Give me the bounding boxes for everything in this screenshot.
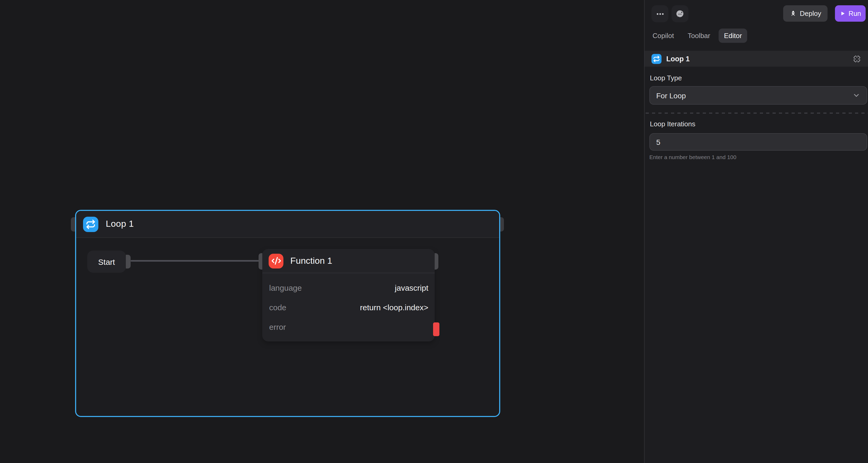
section-divider [646,112,868,113]
loop-type-select[interactable]: For Loop [649,86,867,105]
chevron-down-icon [852,92,860,99]
loop-iterations-field [649,133,867,151]
loop-repeat-icon [651,54,661,64]
editor-node-title: Loop 1 [666,55,690,63]
field-row-language[interactable]: language javascript [269,278,428,298]
loop-iterations-input[interactable] [650,134,867,150]
crosshair-icon[interactable] [852,54,861,63]
field-key: language [269,283,302,292]
run-button-label: Run [848,9,861,18]
field-value: javascript [395,283,428,292]
loop-type-selected-value: For Loop [656,91,686,100]
function-input-port[interactable] [258,253,262,270]
loop-iterations-helper-text: Enter a number between 1 and 100 [649,154,736,160]
deploy-button-label: Deploy [800,9,821,18]
loop-node-header[interactable]: Loop 1 [76,211,499,238]
play-icon [839,10,845,16]
field-row-error[interactable]: error [269,317,428,337]
field-key: error [269,322,286,331]
loop-iterations-label: Loop Iterations [650,120,695,128]
loop-repeat-icon [83,217,98,232]
start-output-port[interactable] [126,255,131,268]
editor-node-header: Loop 1 [645,51,868,67]
function-output-port[interactable] [435,253,438,270]
loop-type-label: Loop Type [650,74,682,82]
deploy-button[interactable]: Deploy [783,5,828,22]
more-options-button[interactable] [651,5,669,22]
sidebar-panel: Deploy Run Copilot Toolbar Editor Loop 1 [644,0,868,463]
error-output-port[interactable] [433,322,439,336]
tab-copilot[interactable]: Copilot [647,29,679,43]
function-node-header[interactable]: Function 1 [262,249,435,273]
loop-node[interactable]: Loop 1 Start [75,210,500,417]
copilot-chat-icon [675,9,685,19]
field-row-code[interactable]: code return <loop.index> [269,298,428,317]
tab-editor[interactable]: Editor [719,29,747,43]
field-value: return <loop.index> [360,303,428,312]
ellipsis-icon [655,9,664,18]
field-key: code [269,303,286,312]
rocket-icon [789,10,797,17]
function-node[interactable]: Function 1 language javascript code retu… [262,249,435,341]
run-button[interactable]: Run [835,5,866,22]
app-root: Loop 1 Start [0,0,868,463]
code-icon [269,254,283,268]
start-node-label: Start [98,257,115,266]
loop-node-body: Start Function 1 [76,238,499,417]
copilot-chat-button[interactable] [672,5,688,22]
function-node-title: Function 1 [290,256,332,266]
start-node[interactable]: Start [87,251,126,273]
loop-node-title: Loop 1 [106,219,134,229]
edge-start-to-function[interactable] [131,260,260,262]
sidebar-tabs: Copilot Toolbar Editor [647,29,747,43]
function-node-fields: language javascript code return <loop.in… [262,273,435,337]
tab-toolbar[interactable]: Toolbar [682,29,715,43]
